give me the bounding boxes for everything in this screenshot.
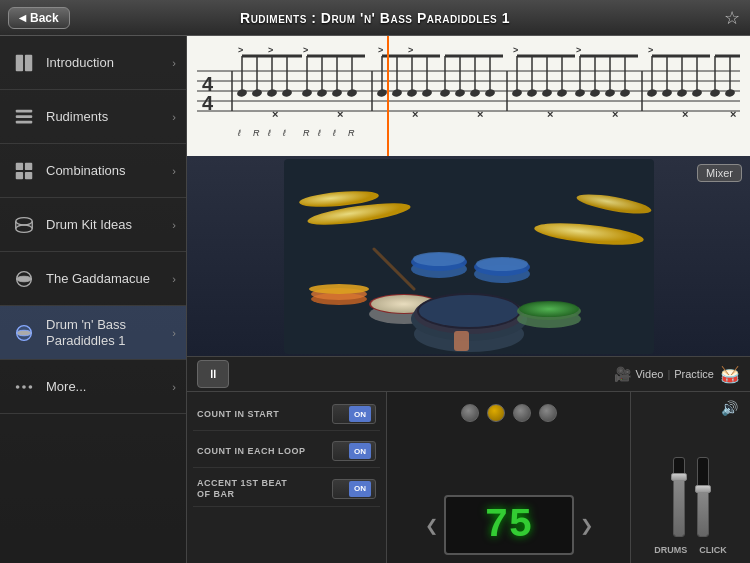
sidebar-label-introduction: Introduction [46,55,172,71]
count-in-start-label: Count in start [197,409,332,420]
video-label[interactable]: Video [635,368,663,380]
svg-point-59 [421,88,432,97]
sidebar-label-more: More... [46,379,172,395]
svg-text:×: × [682,108,688,120]
content-area: 4 4 > > > [187,36,750,563]
chevron-icon: › [172,327,176,339]
toggle-on-text-2: ON [354,447,366,456]
sidebar-item-drum-kit-ideas[interactable]: Drum Kit Ideas › [0,198,186,252]
svg-point-96 [661,88,672,97]
svg-point-126 [309,284,369,294]
svg-point-32 [251,88,262,97]
drums-fader-track[interactable] [673,457,685,537]
chevron-icon: › [172,273,176,285]
svg-text:R: R [348,128,355,138]
toggle-track-2: ON [349,443,371,459]
svg-point-87 [604,88,615,97]
chevron-icon: › [172,111,176,123]
sidebar-item-gaddamacue[interactable]: The Gaddamacue › [0,252,186,306]
svg-text:×: × [612,108,618,120]
video-practice-toggle[interactable]: 🎥 Video | Practice 🥁 [614,365,740,384]
accent-toggle[interactable]: ON [332,479,376,499]
svg-rect-5 [16,162,23,169]
svg-text:×: × [412,108,418,120]
accent-row: Accent 1st beatof bar ON [193,472,380,507]
drums-label: Drums [654,545,687,555]
svg-point-9 [16,217,33,224]
svg-point-34 [266,88,277,97]
toggle-track: ON [349,406,371,422]
svg-rect-8 [25,171,32,178]
toggle-on-text: ON [354,410,366,419]
svg-text:>: > [408,45,413,55]
camera-icon: 🎥 [614,366,631,382]
svg-point-72 [511,88,522,97]
click-label: Click [699,545,727,555]
svg-point-98 [676,88,687,97]
sidebar: Introduction › Rudiments › Combinations … [0,36,187,563]
mixer-button[interactable]: Mixer [697,164,742,182]
count-in-each-label: Count in each loop [197,446,332,457]
svg-rect-6 [25,162,32,169]
svg-point-16 [17,330,32,336]
count-in-each-toggle[interactable]: ON [332,441,376,461]
svg-point-37 [281,88,292,97]
bpm-increase-button[interactable]: ❯ [580,516,593,535]
svg-point-134 [419,295,519,327]
svg-point-137 [519,301,579,317]
sidebar-item-rudiments[interactable]: Rudiments › [0,90,186,144]
sidebar-label-combinations: Combinations [46,163,172,179]
star-button[interactable]: ☆ [724,7,740,29]
svg-point-143 [413,252,465,266]
svg-text:×: × [477,108,483,120]
toggle-track-3: ON [349,481,371,497]
practice-label[interactable]: Practice [674,368,714,380]
svg-point-85 [589,88,600,97]
pause-button[interactable]: ⏸ [197,360,229,388]
back-button[interactable]: Back [8,7,70,29]
drums-fader-handle[interactable] [671,473,687,481]
bottom-panel: Count in start ON Count in each loop ON [187,392,750,563]
volume-icon: 🔊 [721,400,738,416]
click-fader-handle[interactable] [695,485,711,493]
svg-text:×: × [547,108,553,120]
practice-icon: 🥁 [720,365,740,384]
bpm-display: 75 [444,495,574,555]
svg-text:×: × [272,108,278,120]
beat-dot-2 [487,404,505,422]
beat-dot-3 [513,404,531,422]
drums-fader-col [673,457,685,537]
count-in-each-row: Count in each loop ON [193,435,380,468]
click-fader-col [697,457,709,537]
bpm-decrease-button[interactable]: ❮ [425,516,438,535]
main-body: Introduction › Rudiments › Combinations … [0,36,750,563]
chevron-icon: › [172,165,176,177]
svg-point-29 [236,88,247,97]
click-fader-track[interactable] [697,457,709,537]
pause-icon: ⏸ [207,367,219,381]
svg-point-75 [526,88,537,97]
drum-circle-icon [10,265,38,293]
app-header: Back Rudiments : Drum 'n' Bass Paradiddl… [0,0,750,36]
bpm-navigation: ❮ 75 ❯ [425,495,593,555]
svg-rect-7 [16,171,23,178]
svg-point-64 [454,88,465,97]
svg-point-100 [691,88,702,97]
count-in-start-toggle[interactable]: ON [332,404,376,424]
list-icon [10,103,38,131]
sidebar-item-combinations[interactable]: Combinations › [0,144,186,198]
sidebar-item-more[interactable]: More... › [0,360,186,414]
book-icon [10,49,38,77]
volume-labels: Drums Click [654,545,727,555]
svg-text:ℓ: ℓ [237,128,241,138]
svg-point-62 [439,88,450,97]
controls-row: ⏸ 🎥 Video | Practice 🥁 [187,356,750,392]
sidebar-item-drum-bass[interactable]: Drum 'n' BassParadiddles 1 › [0,306,186,360]
svg-point-79 [556,88,567,97]
svg-text:ℓ: ℓ [282,128,286,138]
sidebar-item-introduction[interactable]: Introduction › [0,36,186,90]
separator: | [667,368,670,380]
drum-kit-area: Mixer [187,156,750,356]
svg-point-43 [316,88,327,97]
svg-rect-3 [16,115,33,118]
